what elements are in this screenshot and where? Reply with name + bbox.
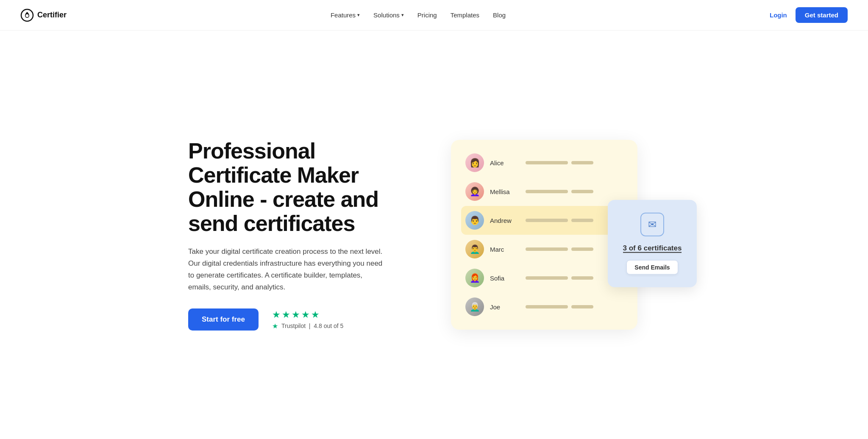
avatar: 👩 (465, 153, 484, 172)
nav-templates[interactable]: Templates (451, 11, 479, 19)
recipient-name: Sofia (490, 275, 520, 282)
navbar: Certifier Features ▾ Solutions ▾ Pricing… (0, 0, 868, 31)
email-count-text: 3 of 6 certificates (623, 243, 682, 253)
hero-actions: Start for free ★ ★ ★ ★ ★ ★ Trustpilot | … (188, 308, 417, 331)
nav-links: Features ▾ Solutions ▾ Pricing Templates… (331, 11, 506, 19)
recipient-row: 👨‍🦱 Marc (461, 235, 627, 264)
bar-short (571, 219, 593, 222)
hero-section: Professional Certificate Maker Online - … (137, 31, 731, 439)
bar-long (526, 219, 568, 222)
recipient-name: Mellisa (490, 188, 520, 195)
bar-short (571, 190, 593, 193)
cert-bars (526, 161, 623, 164)
trustpilot-label: ★ Trustpilot | 4.8 out of 5 (272, 322, 343, 330)
recipient-row: 👩 Alice (461, 148, 627, 177)
recipient-name: Marc (490, 246, 520, 253)
avatar: 👨‍🦱 (465, 240, 484, 258)
trustpilot-logo-icon: ★ (272, 322, 278, 330)
start-for-free-button[interactable]: Start for free (188, 308, 259, 331)
trustpilot-text: Trustpilot | 4.8 out of 5 (281, 322, 343, 329)
recipient-name: Andrew (490, 217, 520, 224)
bar-long (526, 190, 568, 193)
login-link[interactable]: Login (770, 11, 787, 19)
chevron-down-icon: ▾ (401, 12, 404, 18)
bar-short (571, 305, 593, 308)
recipient-row: 👩‍🦰 Sofia (461, 264, 627, 292)
star-icon: ★ (282, 309, 290, 320)
recipient-row: 👨‍🦳 Joe (461, 292, 627, 321)
cert-bars (526, 305, 623, 308)
recipient-name: Joe (490, 303, 520, 311)
bar-long (526, 247, 568, 251)
email-icon: ✉ (648, 219, 657, 231)
bar-short (571, 161, 593, 164)
bar-long (526, 161, 568, 164)
trustpilot-stars: ★ ★ ★ ★ ★ (272, 309, 343, 320)
nav-solutions[interactable]: Solutions ▾ (373, 11, 404, 19)
hero-title: Professional Certificate Maker Online - … (188, 139, 417, 236)
logo-icon (20, 8, 34, 22)
star-icon: ★ (272, 309, 281, 320)
hero-description: Take your digital certificate creation p… (188, 246, 383, 293)
chevron-down-icon: ▾ (357, 12, 360, 18)
bar-short (571, 276, 593, 280)
hero-illustration: 👩 Alice 👩‍🦱 Mellisa 👨 Andrew (451, 140, 697, 330)
trustpilot-widget: ★ ★ ★ ★ ★ ★ Trustpilot | 4.8 out of 5 (272, 309, 343, 330)
hero-content: Professional Certificate Maker Online - … (188, 139, 417, 331)
recipient-row: 👩‍🦱 Mellisa (461, 177, 627, 206)
logo-text: Certifier (37, 11, 67, 19)
recipient-row-highlighted: 👨 Andrew (461, 206, 627, 235)
star-icon: ★ (311, 309, 320, 320)
nav-blog[interactable]: Blog (493, 11, 506, 19)
svg-point-1 (26, 14, 29, 17)
cert-bars (526, 190, 623, 193)
email-icon-box: ✉ (640, 213, 664, 236)
nav-pricing[interactable]: Pricing (417, 11, 437, 19)
bar-long (526, 276, 568, 280)
send-emails-button[interactable]: Send Emails (626, 260, 678, 274)
bar-short (571, 247, 593, 251)
star-icon: ★ (292, 309, 300, 320)
star-icon: ★ (301, 309, 310, 320)
avatar: 👨‍🦳 (465, 297, 484, 316)
logo-link[interactable]: Certifier (20, 8, 67, 22)
get-started-button[interactable]: Get started (796, 7, 848, 23)
avatar: 👩‍🦱 (465, 182, 484, 201)
nav-features[interactable]: Features ▾ (331, 11, 360, 19)
bar-long (526, 305, 568, 308)
avatar: 👨 (465, 211, 484, 230)
recipient-name: Alice (490, 159, 520, 167)
avatar: 👩‍🦰 (465, 269, 484, 287)
email-popup-card: ✉ 3 of 6 certificates Send Emails (608, 200, 697, 287)
